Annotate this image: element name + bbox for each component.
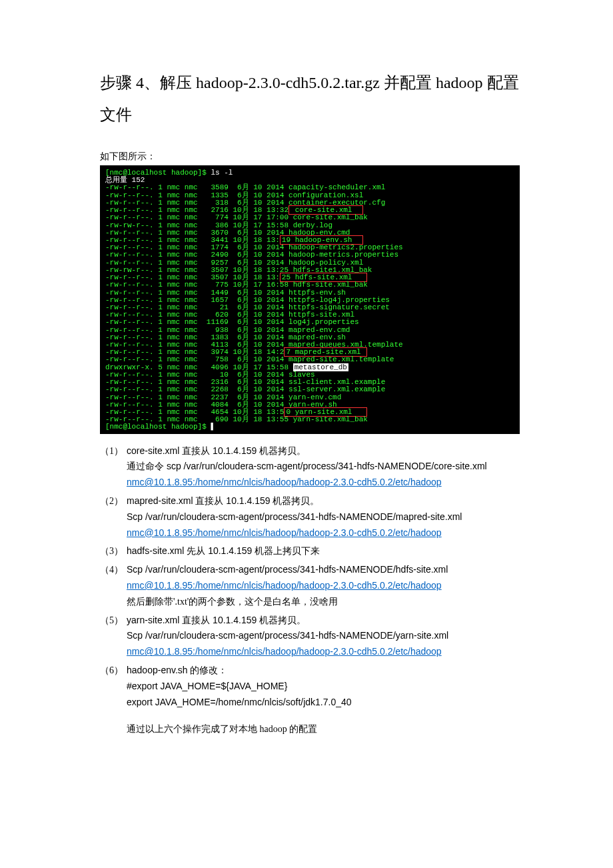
scp-link[interactable]: nmc@10.1.8.95:/home/nmc/nlcis/hadoop/had… [127, 646, 442, 657]
list-item: （3） hadfs-site.xml 先从 10.1.4.159 机器上拷贝下来 [100, 543, 520, 559]
section-title: 步骤 4、解压 hadoop-2.3.0-cdh5.0.2.tar.gz 并配置… [100, 67, 520, 131]
scp-link[interactable]: nmc@10.1.8.95:/home/nmc/nlcis/hadoop/had… [127, 477, 442, 487]
scp-link[interactable]: nmc@10.1.8.95:/home/nmc/nlcis/hadoop/had… [127, 580, 442, 591]
list-item: （2） mapred-site.xml 直接从 10.1.4.159 机器拷贝。… [100, 493, 520, 541]
intro-text: 如下图所示： [100, 151, 520, 163]
scp-link[interactable]: nmc@10.1.8.95:/home/nmc/nlcis/hadoop/had… [127, 527, 442, 538]
items-list: （1） core-site.xml 直接从 10.1.4.159 机器拷贝。 通… [100, 443, 520, 711]
footer-text: 通过以上六个操作完成了对本地 hadoop 的配置 [127, 723, 520, 735]
list-item: （6） hadoop-env.sh 的修改： #export JAVA_HOME… [100, 663, 520, 710]
list-item: （1） core-site.xml 直接从 10.1.4.159 机器拷贝。 通… [100, 443, 520, 491]
terminal-output: [nmc@localhost hadoop]$ ls -l 总用量 152 -r… [100, 165, 520, 434]
list-item: （5） yarn-site.xml 直接从 10.1.4.159 机器拷贝。 S… [100, 613, 520, 660]
list-item: （4） Scp /var/run/cloudera-scm-agent/proc… [100, 562, 520, 609]
